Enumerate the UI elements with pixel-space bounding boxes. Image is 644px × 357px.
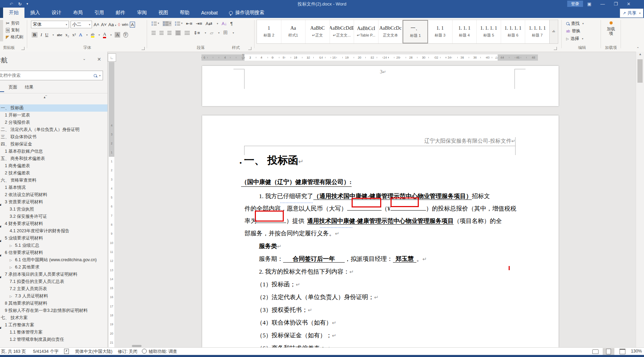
restore-icon[interactable]: ❐: [614, 1, 618, 7]
print-layout-button[interactable]: [603, 348, 614, 355]
nav-heading-item[interactable]: ◢ ▷ 六、 资格审查资料: [0, 177, 107, 184]
nav-heading-item[interactable]: ◢ ▷ 二、 法定代表人（单位负责人）身份证明: [0, 126, 107, 133]
nav-heading-item[interactable]: ◢ ▷ 1 开标一览表: [0, 112, 107, 119]
collapse-triangle-icon[interactable]: ◢: [0, 252, 1, 256]
tab-pages[interactable]: 页面: [9, 84, 17, 90]
search-options-chevron-icon[interactable]: ▾: [99, 74, 101, 77]
share-button[interactable]: ↗ 共享 ▾: [620, 9, 643, 18]
style-item[interactable]: AaBbCcDc 正文文本: [378, 20, 403, 43]
horizontal-scrollbar-thumb[interactable]: [132, 345, 142, 347]
ribbon-tab[interactable]: 邮件: [110, 8, 131, 18]
accessibility-status[interactable]: 辅助功能: 调查: [149, 349, 177, 355]
style-item[interactable]: Aa 样式1: [281, 20, 306, 43]
nav-heading-item[interactable]: ◢ ▷ 9 投标人不存在第一章3.2款情形的证明材料: [0, 307, 107, 314]
style-item[interactable]: 1. 1. 1. 1 标题 5: [477, 20, 501, 43]
nav-heading-item[interactable]: ◢ ▷ 6.2 其他要求: [0, 264, 107, 271]
ribbon-tab[interactable]: 视图: [153, 8, 174, 18]
style-item[interactable]: 1. 1. 1 标题 4: [453, 20, 477, 43]
ribbon-tab[interactable]: 布局: [67, 8, 89, 18]
nav-close-icon[interactable]: ✕: [97, 57, 101, 62]
nav-heading-item[interactable]: ◢ ▷ 7.3 人员证明材料: [0, 293, 107, 300]
nav-heading-item[interactable]: ◢ ▷ 四、 投标保证金: [0, 141, 107, 148]
style-item[interactable]: 一、 标题 1: [403, 20, 428, 43]
search-input[interactable]: [0, 73, 94, 78]
nav-heading-item[interactable]: ◢ ▷ 1 商务偏差表: [0, 162, 107, 170]
nav-heading-item[interactable]: ◢ ▷ 1.1 整体管理方案: [0, 329, 107, 336]
nav-heading-item[interactable]: ◢ ▷ 7.2 主要人员简历表: [0, 285, 107, 293]
minimize-icon[interactable]: —: [600, 1, 605, 7]
nav-heading-item[interactable]: ◢ ▷ 3.1 营业执照: [0, 206, 107, 213]
close-icon[interactable]: ✕: [627, 1, 631, 7]
style-item[interactable]: 1. 1. 1. 1 标题 6: [501, 20, 526, 43]
scrollbar-thumb[interactable]: [637, 59, 643, 83]
nav-heading-item[interactable]: ◢ ▷ 1 基本存款账户信息: [0, 148, 107, 155]
nav-heading-item[interactable]: ◢ ▷ 8 其他要求的证明材料: [0, 300, 107, 307]
jump-to-top-icon[interactable]: ▲̅: [43, 95, 46, 99]
collapse-triangle-icon[interactable]: ◢: [0, 201, 1, 206]
styles-dialog-launcher-icon[interactable]: [554, 47, 557, 50]
search-icon[interactable]: [94, 74, 97, 77]
expand-triangle-icon[interactable]: ▷: [10, 266, 12, 269]
ribbon-tab[interactable]: 审阅: [131, 8, 153, 18]
nav-heading-item[interactable]: ◢ ▷ 三、 联合体协议书: [0, 133, 107, 141]
collapse-triangle-icon[interactable]: ◢: [0, 324, 1, 329]
nav-heading-item[interactable]: ◢ ▷ 一、 投标函: [0, 104, 107, 112]
vertical-scrollbar[interactable]: ▲: [636, 52, 644, 347]
collapse-triangle-icon[interactable]: ◢: [0, 223, 1, 227]
nav-heading-item[interactable]: ◢ ▷ 7 承担本项目的主要人员要求证明材料: [0, 271, 107, 278]
page-3-fragment[interactable]: 3↵: [202, 66, 559, 106]
ribbon-tab[interactable]: Acrobat: [195, 8, 224, 18]
nav-heading-item[interactable]: ◢ ▷ 5.1 业绩汇总: [0, 242, 107, 249]
web-layout-button[interactable]: [616, 348, 628, 355]
tab-results[interactable]: 结果: [25, 84, 33, 90]
nav-heading-item[interactable]: ◢ ▷ 五、 商务和技术偏差表: [0, 155, 107, 162]
nav-heading-item[interactable]: ◢ ▷ 1 基本情况: [0, 184, 107, 191]
expand-triangle-icon[interactable]: ▷: [10, 295, 12, 298]
nav-heading-item[interactable]: ◢ ▷ 4 财务要求证明材料: [0, 220, 107, 227]
read-mode-button[interactable]: [590, 348, 601, 355]
style-item[interactable]: 1 标题 2: [257, 20, 281, 43]
tell-me-search[interactable]: 操作说明搜索: [229, 8, 264, 18]
page-indicator[interactable]: 页, 共 163 页: [1, 349, 26, 355]
nav-chevron-down-icon[interactable]: ⌄: [83, 57, 86, 61]
style-item[interactable]: AaBbCcI ↵Table P...: [354, 20, 378, 43]
style-item[interactable]: AaBbCcDdE ↵正文文...: [330, 20, 354, 43]
ribbon-tab[interactable]: 开始: [3, 8, 24, 18]
select-button[interactable]: ▷ 选择▾: [566, 35, 599, 42]
nav-heading-item[interactable]: ◢ ▷ 7.1 拟委任的主要人员汇总表: [0, 278, 107, 285]
nav-heading-item[interactable]: ◢ ▷ 七、 技术方案: [0, 314, 107, 322]
nav-heading-item[interactable]: ◢ ▷ 3.2 保安服务许可证: [0, 213, 107, 220]
language-indicator[interactable]: 简体中文(中国大陆): [75, 349, 112, 355]
ribbon-tab[interactable]: 引用: [89, 8, 110, 18]
track-changes-indicator[interactable]: 修订: 关闭: [118, 349, 137, 355]
ribbon-tab[interactable]: 帮助: [174, 8, 195, 18]
styles-more-icon[interactable]: ⌄▔: [549, 20, 558, 44]
expand-triangle-icon[interactable]: ▷: [10, 258, 12, 262]
nav-heading-item[interactable]: ◢ ▷ 6.1 信用中国网站 (www.creditchina.gov.cn): [0, 256, 107, 264]
zoom-level[interactable]: 130%: [631, 349, 642, 354]
headings-tab-underline-fragment[interactable]: [0, 91, 4, 92]
style-item[interactable]: 1. 1. 1. 1 标题 7: [525, 20, 550, 43]
proofing-errors-icon[interactable]: ✗: [64, 349, 69, 354]
collapse-triangle-icon[interactable]: ◢: [0, 273, 1, 278]
nav-heading-item[interactable]: ◢ ▷ 5 业绩要求证明材料: [0, 235, 107, 242]
collapse-triangle-icon[interactable]: ◢: [0, 237, 1, 242]
style-item[interactable]: 1. 1 标题 3: [428, 20, 453, 43]
file-tab-sliver[interactable]: [0, 8, 3, 18]
nav-heading-item[interactable]: ◢ ▷ 6 信誉要求证明材料: [0, 249, 107, 256]
addins-button[interactable]: 加载项: [602, 21, 620, 36]
collapse-ribbon-icon[interactable]: ⌃: [636, 47, 639, 50]
word-count[interactable]: 5/41434 个字: [33, 349, 59, 355]
signin-button[interactable]: 登录: [567, 1, 583, 7]
find-button[interactable]: 查找▾: [566, 20, 599, 27]
nav-heading-item[interactable]: ◢ ▷ 2 依法设立的证明材料: [0, 191, 107, 198]
nav-heading-item[interactable]: ◢ ▷ 2 技术偏差表: [0, 170, 107, 177]
nav-heading-item[interactable]: ◢ ▷ 1.2 管理规章制度及岗位责任: [0, 336, 107, 343]
nav-heading-item[interactable]: ◢ ▷ 2 分项报价表: [0, 119, 107, 126]
ribbon-tab[interactable]: 设计: [46, 8, 67, 18]
ribbon-display-options-icon[interactable]: ▣: [587, 1, 591, 7]
nav-heading-item[interactable]: ◢ ▷ 1 工作整体方案: [0, 322, 107, 329]
page-4[interactable]: 辽宁大阳保安服务有限公司-投标文件↵ .一、 投标函↵ （国中康健（辽宁）健康管…: [202, 115, 559, 347]
scroll-up-icon[interactable]: ▲: [636, 52, 644, 56]
nav-heading-item[interactable]: ◢ ▷ 4.1 2023年度经审计的财务报告: [0, 227, 107, 235]
